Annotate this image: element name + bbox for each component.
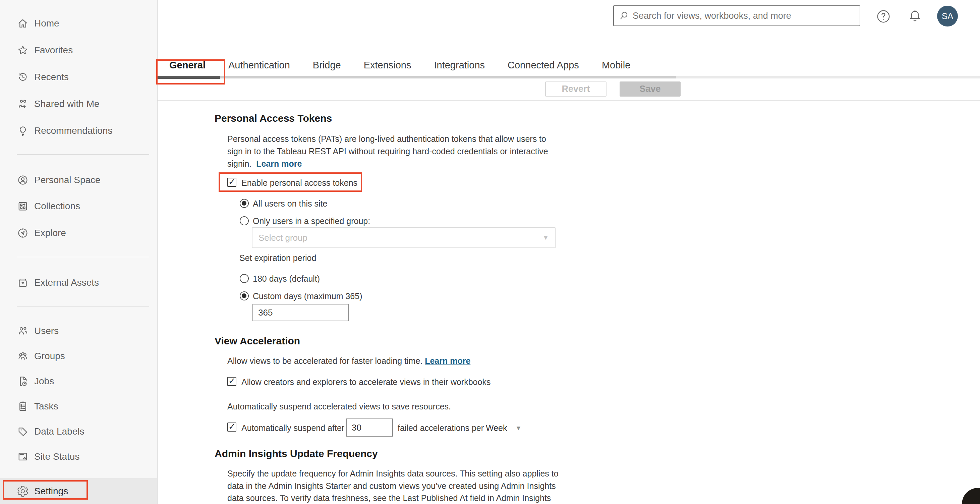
save-button[interactable]: Save bbox=[620, 81, 681, 97]
auto-suspend-checkbox[interactable] bbox=[228, 423, 236, 432]
sidebar-item-recents[interactable]: Recents bbox=[0, 64, 157, 90]
sidebar-item-data-labels[interactable]: Data Labels bbox=[0, 418, 157, 445]
sidebar-item-shared-with-me[interactable]: Shared with Me bbox=[0, 91, 157, 117]
tab-extensions[interactable]: Extensions bbox=[364, 60, 411, 75]
star-icon bbox=[17, 44, 29, 56]
expiration-180-radio[interactable] bbox=[240, 274, 249, 283]
sidebar-item-users[interactable]: Users bbox=[0, 318, 157, 344]
all-users-radio[interactable] bbox=[240, 199, 249, 208]
settings-tab-bar: General Authentication Bridge Extensions… bbox=[169, 60, 630, 75]
sidebar-item-site-status[interactable]: Site Status bbox=[0, 444, 157, 470]
view-accel-description: Allow views to be accelerated for faster… bbox=[228, 356, 470, 366]
expiration-custom-radio[interactable] bbox=[240, 291, 249, 300]
sidebar-item-label: Jobs bbox=[34, 376, 54, 386]
user-avatar[interactable]: SA bbox=[937, 6, 958, 27]
avatar-initials: SA bbox=[942, 11, 953, 21]
sidebar-item-label: Users bbox=[34, 326, 59, 336]
auto-suspend-suffix-label: failed accelerations per bbox=[398, 423, 484, 433]
suspend-description: Automatically suspend accelerated views … bbox=[228, 402, 451, 412]
lightbulb-icon bbox=[17, 125, 29, 137]
sidebar-item-label: Settings bbox=[34, 486, 68, 497]
pat-description-line: Personal access tokens (PATs) are long-l… bbox=[228, 134, 546, 144]
sidebar-item-tasks[interactable]: Tasks bbox=[0, 393, 157, 420]
sidebar-item-collections[interactable]: Collections bbox=[0, 193, 157, 219]
groups-icon bbox=[17, 350, 29, 362]
allow-acceleration-checkbox[interactable] bbox=[228, 377, 236, 386]
enable-pat-checkbox[interactable] bbox=[228, 178, 236, 187]
search-icon bbox=[619, 10, 629, 21]
tab-bridge[interactable]: Bridge bbox=[313, 60, 341, 75]
chevron-down-icon: ▼ bbox=[542, 234, 549, 242]
sidebar-divider bbox=[17, 306, 149, 307]
tableau-settings-page: Home Favorites Recents Shared with Me Re… bbox=[0, 0, 980, 504]
section-title-view-acceleration: View Acceleration bbox=[215, 335, 300, 347]
suspend-period-dropdown[interactable]: Week bbox=[486, 423, 507, 433]
help-icon[interactable] bbox=[876, 9, 891, 24]
chevron-down-icon[interactable]: ▼ bbox=[515, 425, 522, 432]
shared-icon bbox=[17, 98, 29, 110]
sidebar-item-explore[interactable]: Explore bbox=[0, 220, 157, 246]
sidebar-item-recommendations[interactable]: Recommendations bbox=[0, 118, 157, 144]
person-circle-icon bbox=[17, 174, 29, 186]
notifications-bell-icon[interactable] bbox=[907, 9, 923, 24]
sidebar-item-label: Groups bbox=[34, 351, 65, 361]
tab-connected-apps[interactable]: Connected Apps bbox=[508, 60, 579, 75]
allow-acceleration-label: Allow creators and explorers to accelera… bbox=[242, 377, 490, 387]
section-title-admin-insights: Admin Insights Update Frequency bbox=[215, 448, 378, 459]
custom-days-input[interactable] bbox=[253, 304, 349, 321]
sidebar-item-label: Shared with Me bbox=[34, 99, 100, 109]
sidebar-item-home[interactable]: Home bbox=[0, 10, 157, 37]
pat-description-line: sign in to the Tableau REST API without … bbox=[228, 146, 548, 156]
compass-icon bbox=[17, 227, 29, 239]
sidebar-item-label: Favorites bbox=[34, 45, 73, 56]
sidebar-item-label: Tasks bbox=[34, 401, 58, 412]
pat-learn-more-link[interactable]: Learn more bbox=[256, 159, 302, 169]
sidebar-divider bbox=[17, 257, 149, 257]
admin-insights-description-line: Specify the update frequency for Admin I… bbox=[228, 469, 558, 479]
sidebar-item-personal-space[interactable]: Personal Space bbox=[0, 167, 157, 193]
tab-general[interactable]: General bbox=[169, 60, 205, 75]
pat-description-line: signin. Learn more bbox=[228, 159, 302, 169]
history-icon bbox=[17, 71, 29, 83]
document-clock-icon bbox=[17, 375, 29, 387]
section-title-personal-access-tokens: Personal Access Tokens bbox=[215, 113, 332, 124]
all-users-label: All users on this site bbox=[253, 199, 327, 208]
sidebar-item-favorites[interactable]: Favorites bbox=[0, 37, 157, 64]
sidebar-item-jobs[interactable]: Jobs bbox=[0, 368, 157, 394]
sidebar-item-external-assets[interactable]: External Assets bbox=[0, 270, 157, 296]
drawer-icon bbox=[17, 277, 29, 289]
search-input[interactable] bbox=[633, 11, 855, 21]
sidebar-item-label: Recommendations bbox=[34, 126, 112, 136]
sidebar-item-settings[interactable]: Settings bbox=[0, 478, 157, 504]
tag-icon bbox=[17, 426, 29, 437]
sidebar-item-label: Collections bbox=[34, 201, 80, 211]
sidebar-item-label: Home bbox=[34, 18, 59, 29]
gear-icon bbox=[17, 485, 29, 497]
tab-mobile[interactable]: Mobile bbox=[602, 60, 630, 75]
specified-group-label: Only users in a specified group: bbox=[253, 216, 370, 226]
admin-insights-description-line: data sources. To verify data freshness, … bbox=[228, 493, 551, 503]
expiration-custom-label: Custom days (maximum 365) bbox=[253, 291, 362, 301]
specified-group-radio[interactable] bbox=[240, 216, 249, 225]
view-accel-learn-more-link[interactable]: Learn more bbox=[425, 356, 470, 366]
tab-authentication[interactable]: Authentication bbox=[228, 60, 290, 75]
expiration-period-label: Set expiration period bbox=[239, 253, 316, 263]
suspend-threshold-input[interactable] bbox=[346, 418, 393, 437]
sidebar: Home Favorites Recents Shared with Me Re… bbox=[0, 0, 158, 504]
corner-floating-button[interactable] bbox=[962, 488, 980, 504]
revert-button[interactable]: Revert bbox=[545, 81, 606, 97]
tab-integrations[interactable]: Integrations bbox=[434, 60, 485, 75]
home-icon bbox=[17, 17, 29, 30]
sidebar-item-label: Personal Space bbox=[34, 175, 100, 186]
sidebar-item-label: Data Labels bbox=[34, 426, 84, 437]
group-select-dropdown[interactable]: Select group ▼ bbox=[252, 227, 555, 248]
sidebar-item-groups[interactable]: Groups bbox=[0, 343, 157, 369]
sidebar-item-label: Site Status bbox=[34, 452, 80, 462]
clipboard-icon bbox=[17, 401, 29, 412]
collections-icon bbox=[17, 200, 29, 212]
toolbar-divider bbox=[158, 100, 980, 101]
sidebar-item-label: Recents bbox=[34, 72, 69, 83]
tab-scrollbar-thumb[interactable] bbox=[158, 76, 676, 78]
auto-suspend-prefix-label: Automatically suspend after bbox=[242, 423, 344, 433]
global-search bbox=[613, 5, 860, 26]
